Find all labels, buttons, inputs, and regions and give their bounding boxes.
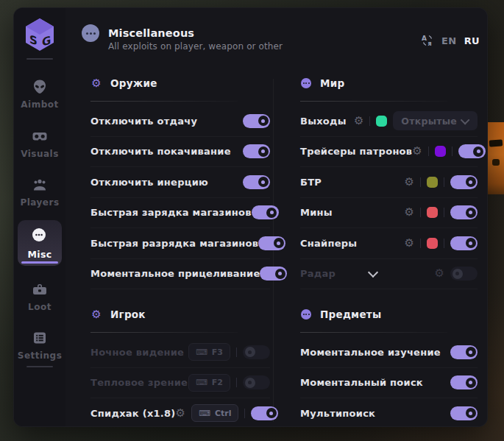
section-title: Предметы <box>320 308 381 320</box>
feature-row: Отключить отдачу <box>90 106 270 137</box>
gear-icon[interactable]: ⚙ <box>354 116 363 127</box>
alien-icon <box>32 79 48 95</box>
toggle[interactable] <box>260 267 287 281</box>
page-ellipsis-icon <box>82 24 99 42</box>
sidebar-item-misc[interactable]: Misc <box>18 220 62 266</box>
toggle[interactable] <box>258 236 285 250</box>
toggle[interactable] <box>243 144 270 158</box>
hotkey-badge[interactable]: ⌨F3 <box>188 343 230 361</box>
sidebar-item-visuals[interactable]: Visuals <box>18 128 62 159</box>
toggle-knob <box>466 177 476 187</box>
keyboard-icon: ⌨ <box>196 378 207 387</box>
page-subtitle: All exploits on player, weapon or other <box>108 41 283 52</box>
row-controls: ⌨F3 <box>188 343 270 361</box>
svg-text:я: я <box>428 40 432 47</box>
toggle[interactable] <box>251 406 278 420</box>
sidebar-item-aimbot[interactable]: Aimbot <box>18 79 62 110</box>
gear-icon[interactable]: ⚙ <box>405 207 414 218</box>
lang-ru-button[interactable]: RU <box>464 35 480 46</box>
feature-label: Отключить покачивание <box>90 146 231 157</box>
toggle[interactable] <box>243 114 270 128</box>
toggle[interactable] <box>450 175 478 189</box>
toggle-knob <box>466 408 476 418</box>
section-dots-icon <box>301 78 311 88</box>
vr-icon <box>32 128 48 144</box>
dropdown[interactable]: Открытые <box>393 111 478 130</box>
gear-icon[interactable]: ⚙ <box>412 146 422 157</box>
toggle-knob <box>466 347 476 357</box>
toggle[interactable] <box>450 375 478 389</box>
feature-label: Моментальное прицеливание <box>90 268 260 279</box>
chevron-down-icon[interactable] <box>368 267 378 278</box>
lang-en-button[interactable]: EN <box>441 35 457 46</box>
feature-row: Снайперы⚙ <box>300 228 478 259</box>
section-title: Мир <box>320 77 344 89</box>
sidebar-item-label: Players <box>20 197 59 208</box>
control-divider <box>420 208 421 217</box>
gear-icon[interactable]: ⚙ <box>176 408 185 419</box>
feature-label: Мультипоиск <box>300 408 375 419</box>
row-controls <box>450 406 478 420</box>
toggle-knob <box>258 116 269 126</box>
feature-label: Быстрая разрядка магазинов <box>90 238 258 249</box>
sidebar-item-players[interactable]: Players <box>18 177 62 208</box>
color-swatch[interactable] <box>427 238 438 249</box>
feature-row: Мультипоиск <box>300 398 478 427</box>
control-divider <box>444 239 444 248</box>
toggle[interactable] <box>458 144 486 158</box>
feature-row: Моментальный поиск <box>300 368 478 399</box>
hotkey-badge[interactable]: ⌨F2 <box>188 374 230 392</box>
section-title: Игрок <box>110 308 146 320</box>
toggle-knob <box>466 238 476 248</box>
feature-label: Радар <box>300 268 336 279</box>
gear-icon[interactable]: ⚙ <box>405 238 414 249</box>
row-controls <box>243 114 270 128</box>
sidebar-item-loot[interactable]: Loot <box>18 281 62 312</box>
toggle[interactable] <box>450 406 478 420</box>
toggle[interactable] <box>243 375 270 389</box>
app-logo-icon: S G <box>24 17 56 52</box>
sidebar-item-settings[interactable]: Settings <box>18 330 62 361</box>
toggle[interactable] <box>450 205 478 219</box>
feature-label: Спидхак (x1.8) <box>90 408 176 419</box>
color-swatch[interactable] <box>376 116 387 127</box>
feature-row: Быстрая зарядка магазинов <box>90 198 270 229</box>
hotkey-label: F3 <box>212 347 223 357</box>
row-controls: ⚙ <box>435 267 478 281</box>
row-controls: ⚙ <box>405 175 478 189</box>
loot-icon <box>32 281 48 297</box>
color-swatch[interactable] <box>427 177 438 188</box>
section-header: Предметы <box>300 306 478 323</box>
row-controls: ⚙⌨Ctrl <box>176 404 279 422</box>
toggle[interactable] <box>450 236 478 250</box>
toggle-knob <box>466 208 476 218</box>
chevron-down-icon <box>461 115 470 124</box>
gear-icon[interactable]: ⚙ <box>405 177 414 188</box>
color-swatch[interactable] <box>435 146 446 157</box>
hotkey-label: F2 <box>212 378 223 387</box>
toggle[interactable] <box>450 345 478 359</box>
toggle[interactable] <box>243 345 270 359</box>
toggle-knob <box>245 378 255 388</box>
feature-label: Ночное видение <box>90 347 184 358</box>
toggle[interactable] <box>450 267 478 281</box>
feature-label: Тепловое зрение <box>90 377 188 388</box>
section-weapon: ⚙ Оружие Отключить отдачуОтключить покач… <box>90 74 270 289</box>
color-swatch[interactable] <box>427 207 438 218</box>
section-divider <box>300 101 447 102</box>
hotkey-badge[interactable]: ⌨Ctrl <box>191 404 238 422</box>
row-controls <box>243 144 270 158</box>
toggle[interactable] <box>252 205 279 219</box>
row-controls: ⌨F2 <box>188 374 270 392</box>
toggle[interactable] <box>243 175 270 189</box>
control-divider <box>236 378 237 387</box>
control-divider <box>428 147 429 156</box>
toggle-knob <box>275 269 285 279</box>
control-divider <box>369 116 370 126</box>
feature-label: Моментальный поиск <box>300 377 423 388</box>
players-icon <box>32 177 48 193</box>
gear-icon[interactable]: ⚙ <box>435 268 444 279</box>
svg-text:A: A <box>422 35 427 42</box>
row-controls <box>243 175 270 189</box>
row-controls <box>450 375 478 389</box>
